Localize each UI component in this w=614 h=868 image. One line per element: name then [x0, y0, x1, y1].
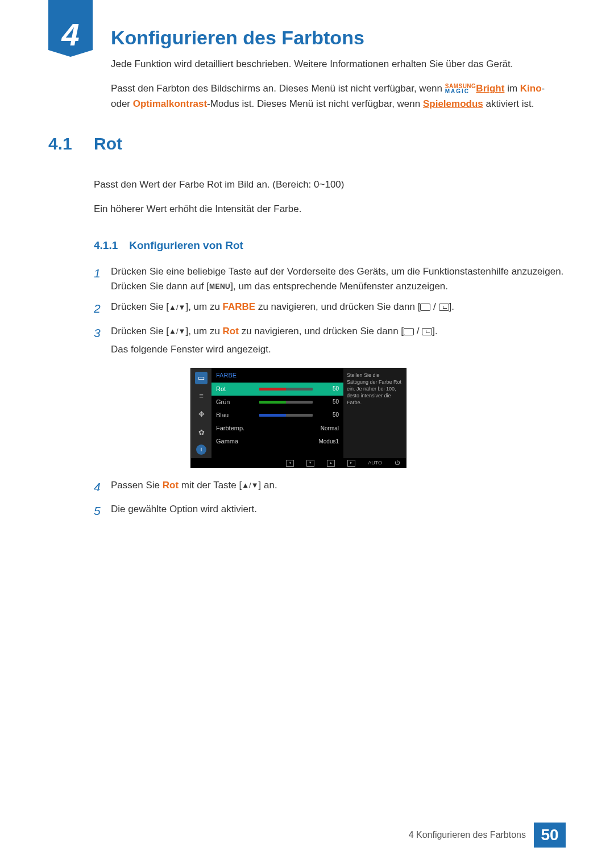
- info-icon: i: [196, 445, 206, 455]
- section-p2: Ein höherer Wert erhöht die Intensität d…: [94, 202, 566, 217]
- up-down-icon: ▲/▼: [242, 480, 258, 491]
- left-icon: ◂: [286, 460, 294, 467]
- rot-label: Rot: [163, 480, 179, 491]
- intro-p2: Passt den Farbton des Bildschirms an. Di…: [111, 81, 566, 111]
- menu-button-label: MENU: [209, 281, 230, 292]
- steps-list-cont: 4 Passen Sie Rot mit der Taste [▲/▼] an.…: [94, 478, 566, 521]
- osd-sidebar: ▭ ≡ ✥ ✿ i: [191, 368, 211, 458]
- step-2: 2 Drücken Sie [▲/▼], um zu FARBE zu navi…: [94, 300, 566, 318]
- steps-list: 1 Drücken Sie eine beliebige Taste auf d…: [94, 264, 566, 358]
- power-icon: ⏻: [395, 459, 400, 467]
- osd-row: Rot50: [211, 383, 343, 396]
- section-number: 4.1: [48, 131, 94, 157]
- osd-row: Blau50: [211, 409, 343, 422]
- page-footer: 4 Konfigurieren des Farbtons 50: [409, 823, 566, 848]
- step-4: 4 Passen Sie Rot mit der Taste [▲/▼] an.: [94, 478, 566, 497]
- section-p1: Passt den Wert der Farbe Rot im Bild an.…: [94, 177, 566, 192]
- step-1: 1 Drücken Sie eine beliebige Taste auf d…: [94, 264, 566, 294]
- list-icon: ≡: [195, 390, 208, 402]
- auto-label: AUTO: [368, 459, 382, 467]
- display-icon: [420, 304, 430, 311]
- display-icon: [404, 328, 414, 335]
- osd-screenshot: ▭ ≡ ✥ ✿ i FARBE Rot50Grün50Blau50Farbtem…: [190, 368, 406, 468]
- osd-row: Grün50: [211, 396, 343, 409]
- step-5: 5 Die gewählte Option wird aktiviert.: [94, 502, 566, 521]
- osd-row: GammaModus1: [211, 435, 343, 448]
- rot-label: Rot: [223, 326, 239, 337]
- spielemodus-link[interactable]: Spielemodus: [423, 98, 483, 109]
- section-body: Passt den Wert der Farbe Rot im Bild an.…: [94, 177, 566, 521]
- chapter-number: 4: [48, 10, 93, 60]
- section-title: Rot: [94, 131, 122, 157]
- enter-icon: [439, 304, 449, 311]
- chapter-badge: 4: [48, 0, 93, 50]
- up-down-icon: ▲/▼: [169, 326, 185, 337]
- subsection-heading: 4.1.1Konfigurieren von Rot: [94, 237, 566, 254]
- osd-title: FARBE: [211, 368, 343, 383]
- down-icon: ▾: [306, 460, 314, 467]
- enter-icon: [422, 328, 432, 335]
- up-down-icon: ▲/▼: [169, 302, 185, 313]
- intro-block: Jede Funktion wird detailliert beschrieb…: [111, 57, 566, 111]
- footer-text: 4 Konfigurieren des Farbtons: [409, 828, 526, 842]
- osd-row: Farbtemp.Normal: [211, 422, 343, 435]
- gear-icon: ✿: [195, 426, 208, 439]
- arrows-icon: ✥: [195, 408, 208, 421]
- monitor-icon: ▭: [195, 372, 208, 384]
- page-number: 50: [534, 823, 566, 848]
- chapter-title: Konfigurieren des Farbtons: [111, 23, 364, 53]
- osd-footer: ◂ ▾ ▴ ▸ AUTO ⏻: [190, 459, 406, 468]
- step-3: 3 Drücken Sie [▲/▼], um zu Rot zu navigi…: [94, 324, 566, 358]
- up-icon: ▴: [327, 460, 335, 467]
- kino-label: Kino: [520, 83, 542, 94]
- bright-link[interactable]: Bright: [476, 83, 504, 94]
- optimal-label: Optimalkontrast: [133, 98, 207, 109]
- osd-help-text: Stellen Sie die Sättigung der Farbe Rot …: [343, 368, 406, 458]
- osd-main: FARBE Rot50Grün50Blau50Farbtemp.NormalGa…: [211, 368, 343, 458]
- right-icon: ▸: [347, 460, 355, 467]
- samsung-magic-logo: SAMSUNGMAGIC: [445, 84, 476, 94]
- section-heading: 4.1 Rot: [48, 131, 566, 157]
- farbe-label: FARBE: [223, 301, 256, 312]
- intro-p1: Jede Funktion wird detailliert beschrieb…: [111, 57, 566, 72]
